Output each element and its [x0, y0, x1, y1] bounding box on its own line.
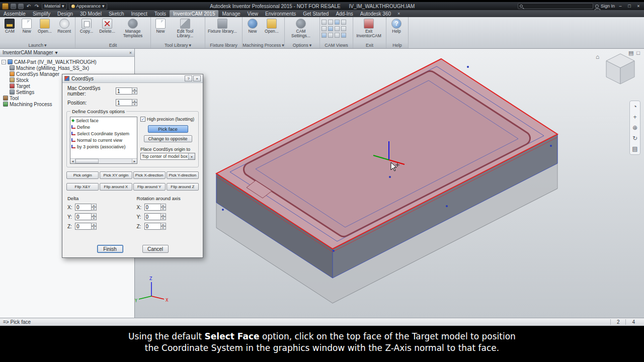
rotation-z-stepper[interactable]: ▴▾	[144, 223, 166, 230]
flip-around-x-button[interactable]: Flip around X	[100, 183, 132, 191]
delta-y-stepper[interactable]: ▴▾	[75, 213, 97, 220]
cam-settings-button[interactable]: CAM Settings...	[286, 18, 315, 39]
cam-view-icon[interactable]	[321, 20, 327, 25]
tab-autodesk-360[interactable]: Autodesk 360	[357, 10, 394, 17]
exit-inventorcam-button[interactable]: Exit InventorCAM	[355, 18, 383, 39]
option-normal-to-view[interactable]: Normal to current view	[70, 137, 137, 143]
cam-view-icon[interactable]	[328, 33, 333, 38]
coordsys-options-list[interactable]: ◆ Select face Define Select Coordinate S…	[70, 117, 137, 164]
rotation-x-input[interactable]	[144, 204, 160, 211]
flip-xy-button[interactable]: Flip X&Y	[66, 183, 99, 191]
rotation-y-stepper[interactable]: ▴▾	[144, 213, 166, 220]
pick-xy-origin-button[interactable]: Pick XY origin	[100, 171, 132, 179]
high-precision-checkbox-row[interactable]: ✓ High precision (facetting)	[140, 117, 195, 122]
group-label-machining[interactable]: Machining Process ▾	[243, 42, 284, 48]
cam-view-icon[interactable]	[328, 26, 333, 31]
close-button[interactable]: ×	[635, 4, 642, 9]
group-label-tool-library[interactable]: Tool Library ▾	[151, 42, 205, 48]
copy-button[interactable]: Copy...	[77, 18, 96, 34]
position-stepper[interactable]: ▴▾	[116, 99, 137, 106]
tab-get-started[interactable]: Get Started	[299, 10, 332, 17]
inventor-logo-icon[interactable]	[2, 3, 9, 10]
spin-up-icon[interactable]: ▴	[132, 99, 137, 103]
edit-tool-library-button[interactable]: Edit Tool Library...	[170, 18, 201, 39]
tab-inspect[interactable]: Inspect	[127, 10, 150, 17]
delta-z-input[interactable]	[75, 223, 91, 230]
launch-open-button[interactable]: Open...	[36, 18, 54, 34]
cam-button[interactable]: CAM	[2, 18, 18, 34]
appearance-combo[interactable]: Appearance ▾	[69, 3, 107, 10]
dialog-title-bar[interactable]: CoordSys ? ×	[62, 74, 203, 83]
manage-templates-button[interactable]: Manage Templates	[118, 18, 147, 39]
collapse-icon[interactable]: −	[2, 60, 6, 64]
launch-new-button[interactable]: New	[19, 18, 35, 34]
scroll-right-icon[interactable]: ►	[132, 159, 137, 163]
group-label-cam-views[interactable]: CAM Views	[320, 42, 353, 48]
pick-x-direction-button[interactable]: Pick X-direction	[133, 171, 166, 179]
group-label-help[interactable]: Help	[386, 42, 408, 48]
group-label-launch[interactable]: Launch ▾	[0, 42, 75, 48]
option-select-face[interactable]: ◆ Select face	[70, 117, 137, 124]
sign-in-button[interactable]: Sign In	[601, 4, 615, 9]
tool-library-new-button[interactable]: New	[152, 18, 169, 34]
material-combo[interactable]: Material ▾	[42, 3, 67, 10]
pick-origin-button[interactable]: Pick origin	[66, 171, 99, 179]
cam-view-icon[interactable]	[328, 20, 333, 25]
help-button[interactable]: ? Help	[388, 18, 405, 34]
tab-assemble[interactable]: Assemble	[0, 10, 29, 17]
dialog-help-button[interactable]: ?	[185, 75, 192, 81]
group-label-fixture[interactable]: Fixture library	[205, 42, 242, 48]
pick-face-button[interactable]: Pick face	[148, 125, 188, 133]
mac-coordsys-stepper[interactable]: ▴▾	[116, 87, 137, 95]
zoom-icon[interactable]: ⊕	[632, 124, 637, 131]
pan-icon[interactable]: +	[633, 114, 636, 121]
place-origin-combo[interactable]: Top center of model box ▾	[140, 153, 195, 160]
group-label-edit[interactable]: Edit	[75, 42, 150, 48]
scroll-thumb[interactable]	[75, 159, 99, 163]
tab-environments[interactable]: Environments	[262, 10, 299, 17]
combo-dropdown-icon[interactable]: ▾	[188, 153, 195, 159]
tab-3d-model[interactable]: 3D Model	[76, 10, 105, 17]
document-close-icon[interactable]: ×	[397, 10, 400, 17]
scroll-left-icon[interactable]: ◄	[70, 159, 75, 163]
pick-y-direction-button[interactable]: Pick Y-direction	[167, 171, 199, 179]
group-label-exit[interactable]: Exit	[353, 42, 386, 48]
machining-open-button[interactable]: Open...	[262, 18, 281, 34]
cam-view-icon[interactable]	[335, 20, 340, 25]
delta-x-stepper[interactable]: ▴▾	[75, 204, 97, 211]
finish-button[interactable]: Finish	[97, 245, 123, 253]
group-label-options[interactable]: Options ▾	[285, 42, 319, 48]
tab-add-ins[interactable]: Add-Ins	[332, 10, 356, 17]
delta-y-input[interactable]	[75, 213, 91, 220]
home-icon[interactable]: ⌂	[596, 53, 599, 60]
tree-item-cam-part[interactable]: − CAM-Part (IV_IM_WALKTHROUGH)	[2, 59, 133, 65]
minimize-button[interactable]: –	[617, 4, 624, 9]
open-file-icon[interactable]	[11, 4, 16, 9]
steering-wheel-icon[interactable]: ◔	[633, 103, 636, 110]
flip-around-y-button[interactable]: Flip around Y	[133, 183, 166, 191]
tab-sketch[interactable]: Sketch	[105, 10, 128, 17]
orbit-icon[interactable]: ↻	[632, 135, 637, 142]
cancel-button[interactable]: Cancel	[142, 245, 169, 253]
search-input[interactable]	[518, 3, 593, 9]
spin-up-icon[interactable]: ▴	[132, 87, 137, 91]
delta-z-stepper[interactable]: ▴▾	[75, 223, 97, 230]
manager-header[interactable]: InventorCAM Manager ▾ ×	[0, 49, 134, 57]
graphics-viewport[interactable]: Z X Y ⌂ ▤ □ ◔ + ⊕ ↻ ▤	[135, 49, 644, 318]
cam-view-icon[interactable]	[335, 26, 340, 31]
delta-x-input[interactable]	[75, 204, 91, 211]
option-select-coordinate-system[interactable]: Select Coordinate System	[70, 130, 137, 137]
tab-manage[interactable]: Manage	[218, 10, 244, 17]
grid-view-icon[interactable]: ▤	[628, 50, 633, 56]
rotation-x-stepper[interactable]: ▴▾	[144, 204, 166, 211]
spin-down-icon[interactable]: ▾	[132, 103, 137, 106]
tab-design[interactable]: Design	[54, 10, 76, 17]
rotation-z-input[interactable]	[144, 223, 160, 230]
cam-view-icon[interactable]	[335, 33, 340, 38]
cam-view-icon[interactable]	[341, 26, 346, 31]
launch-recent-button[interactable]: Recent	[55, 18, 73, 34]
position-input[interactable]	[116, 99, 132, 106]
option-by-3-points[interactable]: by 3 points (associative)	[70, 143, 137, 150]
save-icon[interactable]	[18, 4, 24, 9]
cam-view-icon[interactable]	[341, 20, 346, 25]
